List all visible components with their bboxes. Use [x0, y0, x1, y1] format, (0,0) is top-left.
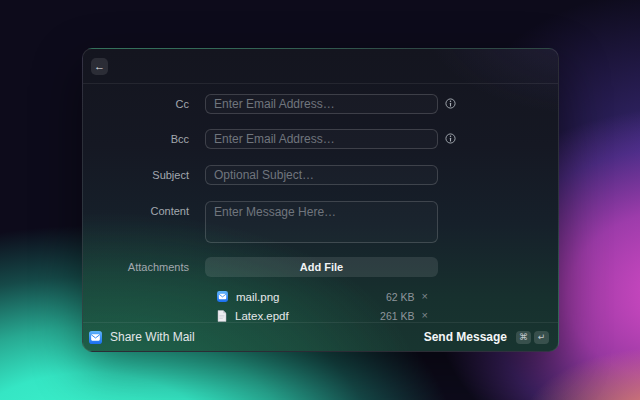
attachments-label: Attachments [83, 257, 189, 277]
action-bar: Share With Mail Send Message ⌘ ↵ [83, 322, 558, 351]
bcc-field-row: Bcc [83, 129, 558, 149]
add-file-button[interactable]: Add File [205, 257, 438, 277]
return-key-icon: ↵ [534, 331, 549, 344]
desktop-background: { "window": { "header": { "back_icon": "… [0, 0, 640, 400]
mail-app-icon [217, 291, 228, 302]
attachment-item: mail.png 62 KB × [205, 288, 438, 305]
attachments-row: Attachments Add File [83, 257, 558, 277]
remove-attachment-icon[interactable]: × [422, 291, 428, 302]
subject-input[interactable] [205, 165, 438, 185]
info-icon[interactable] [445, 98, 456, 109]
bcc-label: Bcc [83, 129, 189, 149]
remove-attachment-icon[interactable]: × [422, 310, 428, 321]
content-label: Content [83, 201, 189, 221]
attachment-filesize: 62 KB [386, 291, 415, 303]
attachment-filename: Latex.epdf [235, 310, 380, 322]
mail-app-icon [89, 331, 102, 344]
cc-label: Cc [83, 94, 189, 114]
command-key-icon: ⌘ [516, 331, 531, 344]
attachment-filesize: 261 KB [380, 310, 414, 322]
window-header: ← [83, 49, 558, 84]
content-field-row: Content [83, 201, 558, 243]
subject-field-row: Subject [83, 165, 558, 185]
back-button[interactable]: ← [91, 58, 108, 75]
attachment-filename: mail.png [236, 291, 386, 303]
bcc-input[interactable] [205, 129, 438, 149]
subject-label: Subject [83, 165, 189, 185]
cc-field-row: Cc [83, 94, 558, 114]
document-icon [217, 310, 227, 322]
send-message-button[interactable]: Send Message [424, 330, 507, 344]
content-textarea[interactable] [205, 201, 438, 243]
app-name: Share With Mail [110, 330, 195, 344]
back-arrow-icon: ← [94, 58, 105, 75]
share-with-mail-window: ← Cc Bcc Subject Content Attachments Add… [82, 48, 559, 352]
cc-input[interactable] [205, 94, 438, 114]
info-icon[interactable] [445, 133, 456, 144]
